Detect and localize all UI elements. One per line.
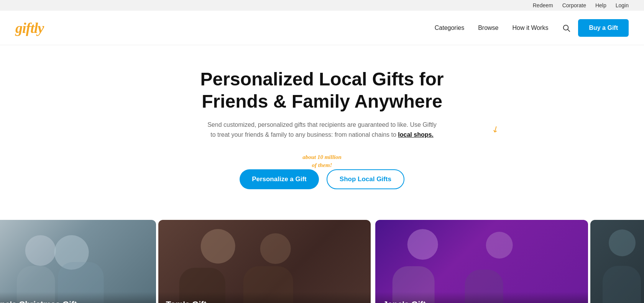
card-2-label: Tom's Gift (166, 300, 363, 303)
personalize-gift-button[interactable]: Personalize a Gift (240, 169, 319, 189)
card-3[interactable]: Jane's Gift (375, 220, 588, 303)
gift-cards-section: ne's Christmas Gift Tom's Gift (0, 220, 644, 303)
hero-buttons: Personalize a Gift Shop Local Gifts (240, 169, 404, 189)
card-2-overlay: Tom's Gift (158, 292, 371, 303)
card-1-label: ne's Christmas Gift (0, 300, 148, 303)
site-logo[interactable]: giftly (15, 20, 44, 36)
card-1-overlay: ne's Christmas Gift (0, 292, 156, 303)
nav-browse[interactable]: Browse (478, 25, 498, 31)
card-4[interactable] (590, 220, 644, 303)
hero-section: Personalized Local Gifts for Friends & F… (0, 45, 644, 205)
card-3-label: Jane's Gift (383, 300, 580, 303)
nav-categories[interactable]: Categories (435, 25, 464, 31)
shop-local-gifts-button[interactable]: Shop Local Gifts (327, 169, 404, 189)
nav-how-it-works[interactable]: How it Works (513, 25, 549, 31)
nav-links: Categories Browse How it Works (435, 24, 571, 32)
redeem-link[interactable]: Redeem (533, 2, 553, 8)
card-3-overlay: Jane's Gift (375, 292, 588, 303)
annotation-arrow-icon: ↙ (489, 121, 501, 136)
search-button[interactable] (562, 24, 570, 32)
hero-subtitle: Send customized, personalized gifts that… (207, 120, 437, 139)
svg-line-1 (568, 29, 570, 31)
buy-gift-button[interactable]: Buy a Gift (578, 19, 629, 37)
main-nav: giftly Categories Browse How it Works Bu… (0, 11, 644, 45)
local-shops-link[interactable]: local shops. (398, 131, 433, 138)
top-bar: Redeem Corporate Help Login (0, 0, 644, 11)
corporate-link[interactable]: Corporate (562, 2, 586, 8)
annotation-text: about 10 millionof them! (302, 153, 342, 169)
card-2[interactable]: Tom's Gift (158, 220, 371, 303)
help-link[interactable]: Help (595, 2, 606, 8)
search-icon (562, 24, 570, 32)
card-1[interactable]: ne's Christmas Gift (0, 220, 156, 303)
login-link[interactable]: Login (616, 2, 629, 8)
annotation: ↙ (492, 122, 499, 136)
hero-title: Personalized Local Gifts for Friends & F… (192, 68, 452, 112)
